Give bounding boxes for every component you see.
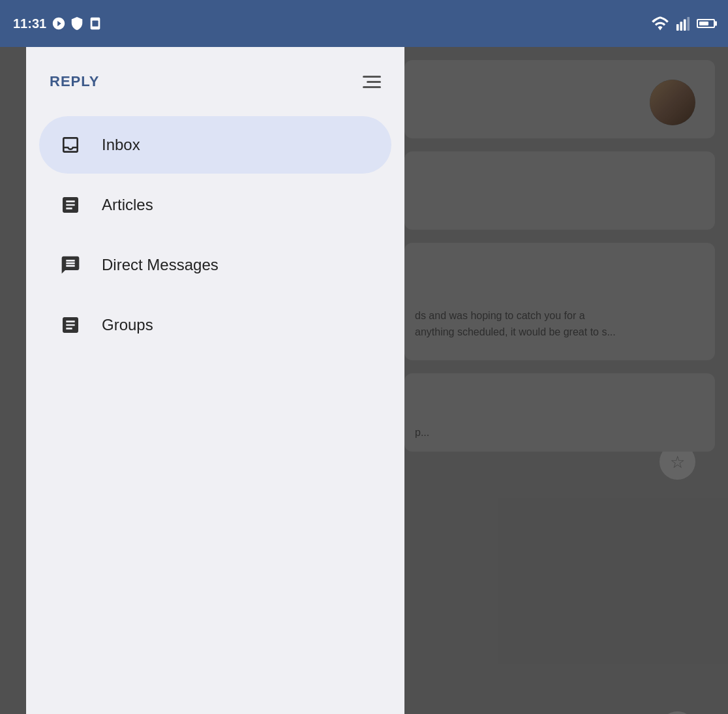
articles-label: Articles (102, 196, 153, 214)
close-drawer-button[interactable] (363, 76, 381, 88)
battery-icon (697, 19, 715, 28)
nav-item-articles[interactable]: Articles (39, 176, 391, 234)
nav-item-groups[interactable]: Groups (39, 296, 391, 354)
articles-icon (57, 192, 83, 218)
nav-item-direct-messages[interactable]: Direct Messages (39, 236, 391, 294)
navigation-drawer: REPLY Inbox Articles (26, 47, 404, 714)
sim-icon (88, 16, 102, 31)
status-bar: 11:31 (0, 0, 728, 47)
groups-label: Groups (102, 316, 153, 334)
hamburger-line-1 (363, 76, 381, 78)
inbox-label: Inbox (102, 136, 140, 154)
svg-rect-2 (676, 24, 679, 31)
wifi-icon (651, 16, 669, 31)
inbox-icon (57, 132, 83, 158)
signal-icon (676, 16, 690, 31)
groups-icon (57, 312, 83, 338)
status-time: 11:31 (13, 16, 46, 31)
svg-rect-4 (684, 20, 686, 31)
shield-icon (70, 16, 84, 31)
drawer-header: REPLY (26, 47, 404, 110)
hamburger-line-2 (367, 81, 381, 83)
svg-rect-1 (93, 20, 99, 26)
direct-messages-label: Direct Messages (102, 256, 219, 274)
direct-messages-icon (57, 252, 83, 278)
nav-list: Inbox Articles Direct Messages (26, 110, 404, 363)
nav-item-inbox[interactable]: Inbox (39, 116, 391, 174)
drawer-title: REPLY (50, 73, 99, 90)
hamburger-line-3 (363, 86, 381, 88)
notification-icon (52, 16, 66, 31)
svg-rect-5 (687, 17, 690, 31)
svg-rect-3 (680, 22, 682, 31)
